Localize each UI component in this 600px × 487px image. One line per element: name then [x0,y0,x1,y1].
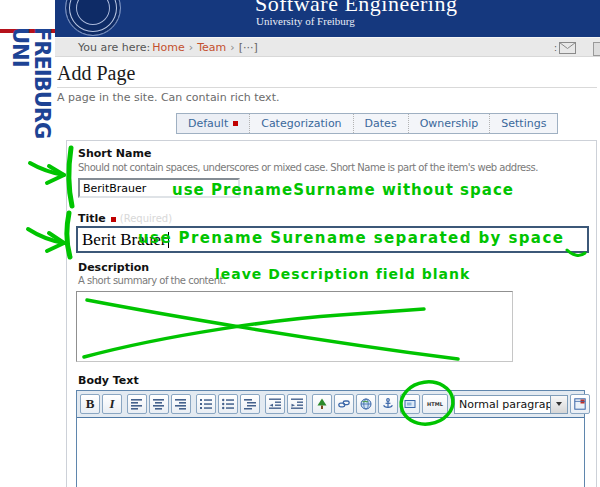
edit-html-source-button[interactable]: HTML [422,394,448,414]
expand-editor-icon [574,398,586,410]
chevron-down-icon [556,402,562,406]
select-dropdown-button[interactable] [550,396,567,413]
breadcrumb-prefix: You are here: [78,41,150,54]
insert-anchor-button[interactable] [378,394,398,414]
description-textarea[interactable] [76,291,513,362]
form-tabs: Default Categorization Dates Ownership S… [176,113,558,134]
page-description: A page in the site. Can contain rich tex… [57,91,279,104]
justify-center-button[interactable] [149,394,169,414]
expand-editor-button[interactable] [570,394,590,414]
insert-embed-button[interactable] [400,394,420,414]
wordmark-line-uni: UNI [9,27,30,138]
annotation-note-shortname: use PrenameSurname without space [172,181,514,199]
description-help: A short summary of the content. [78,275,226,286]
editor-toolbar: B I [77,391,584,418]
bulleted-list-button[interactable] [218,394,238,414]
justify-right-button[interactable] [171,394,191,414]
italic-button[interactable]: I [102,394,122,414]
insert-internal-link-button[interactable] [334,394,354,414]
justify-left-icon [131,398,143,410]
tab-default[interactable]: Default [177,114,250,133]
annotation-note-description: leave Description field blank [215,266,470,282]
add-page-form-screen: Software Engineering University of Freib… [0,0,600,487]
description-label: Description [78,261,149,274]
bold-icon: B [86,396,95,412]
justify-center-icon [153,398,165,410]
arrow-title [28,229,64,243]
title-label: Title [78,212,106,225]
anchor-icon [382,398,394,410]
uni-freiburg-wordmark: UNI FREIBURG [9,27,52,138]
indent-button[interactable] [287,394,307,414]
title-divider [57,87,597,88]
link-chain-icon [338,398,350,410]
tab-settings[interactable]: Settings [490,114,557,133]
justify-right-icon [175,398,187,410]
action-dots: : [554,43,557,53]
numbered-list-button[interactable] [196,394,216,414]
university-seal-logo [65,0,121,36]
tab-dates[interactable]: Dates [354,114,409,133]
bold-button[interactable]: B [80,394,100,414]
breadcrumb-bar: You are here: Home › Team › [···] : [55,37,600,57]
insert-image-button[interactable] [312,394,332,414]
indent-icon [291,398,303,410]
site-subtitle: University of Freiburg [256,15,355,27]
send-mail-icon[interactable] [559,42,576,54]
site-header: Software Engineering University of Freib… [55,0,600,37]
insert-image-tree-icon [316,398,328,410]
title-label-row: Title(Required) [78,212,172,225]
short-name-label: Short Name [78,147,151,160]
paragraph-style-select[interactable]: Normal paragraph [454,395,568,414]
outdent-button[interactable] [265,394,285,414]
outdent-icon [269,398,281,410]
breadcrumb-trail: [···] [239,41,258,54]
globe-icon [360,398,372,410]
arrow-shortname [30,163,64,175]
tab-categorization[interactable]: Categorization [250,114,353,133]
definition-list-icon [244,398,256,410]
breadcrumb-separator: › [230,41,234,54]
arrowhead-title [47,233,64,251]
arrowhead-shortname [47,166,64,183]
definition-list-button[interactable] [240,394,260,414]
rich-text-editor[interactable]: B I [76,390,585,487]
annotation-note-title: use Prename Surename separated by space [138,229,564,247]
short-name-help: Should not contain spaces, underscores o… [78,162,538,173]
breadcrumb-separator: › [189,41,193,54]
required-note: (Required) [120,213,172,224]
insert-external-link-button[interactable] [356,394,376,414]
paragraph-style-value: Normal paragraph [455,398,550,411]
embed-object-icon [404,398,416,410]
tab-ownership[interactable]: Ownership [409,114,491,133]
print-icon [593,42,600,56]
page-title: Add Page [57,62,135,85]
numbered-list-icon [200,398,212,410]
italic-icon: I [109,396,114,412]
document-actions: : [554,42,576,54]
bulleted-list-icon [222,398,234,410]
editor-content-area[interactable] [77,418,584,487]
breadcrumb-link-home[interactable]: Home [152,41,184,54]
wordmark-line-freiburg: FREIBURG [30,27,51,138]
justify-left-button[interactable] [127,394,147,414]
required-marker [111,217,116,222]
breadcrumb-link-team[interactable]: Team [197,41,226,54]
required-marker [233,121,238,126]
breadcrumb: You are here: Home › Team › [···] [55,41,258,54]
body-text-label: Body Text [78,374,139,387]
